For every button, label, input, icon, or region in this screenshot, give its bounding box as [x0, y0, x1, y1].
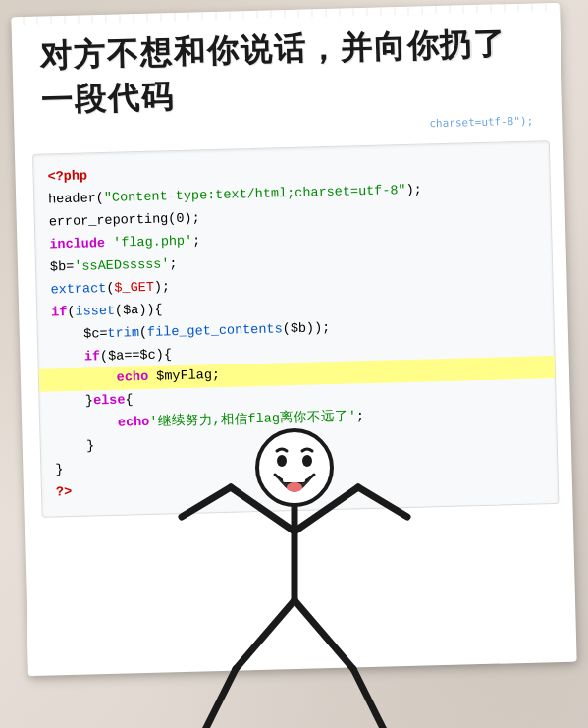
svg-line-5 — [236, 600, 294, 669]
svg-line-2 — [182, 487, 231, 517]
svg-point-11 — [302, 455, 312, 467]
meme-character — [137, 404, 452, 728]
svg-point-10 — [277, 455, 287, 467]
title-text: 对方不想和你说话，并向你扔了 一段代码 — [39, 21, 543, 122]
svg-rect-13 — [295, 476, 305, 482]
title-line2: 一段代码 — [40, 79, 175, 118]
svg-rect-12 — [283, 476, 293, 482]
meme-svg — [137, 404, 452, 728]
svg-line-7 — [294, 600, 353, 669]
svg-point-9 — [257, 430, 332, 505]
title-line1: 对方不想和你说话，并向你扔了 — [39, 26, 508, 73]
svg-line-4 — [358, 487, 407, 517]
svg-point-14 — [287, 482, 302, 492]
svg-line-6 — [201, 669, 236, 728]
title-area: 对方不想和你说话，并向你扔了 一段代码 — [39, 21, 543, 122]
charset-hint: charset=utf-8"); — [429, 114, 533, 131]
svg-line-8 — [353, 669, 388, 728]
